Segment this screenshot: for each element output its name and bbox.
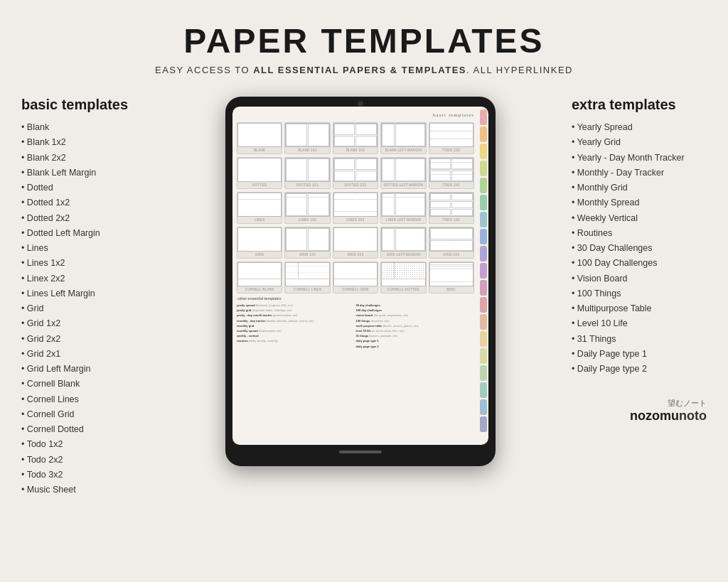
tab-color-7[interactable] — [480, 229, 487, 244]
tab-color-8[interactable] — [480, 246, 487, 262]
grid-item-grid-2x2: GRID 2X2 — [333, 227, 378, 259]
brand-name-suffix: noto — [679, 409, 707, 423]
tab-color-10[interactable] — [480, 280, 487, 296]
list-item: Grid 1x2 — [21, 316, 149, 331]
tab-color-17[interactable] — [480, 399, 487, 415]
subtitle-prefix: EASY ACCESS TO — [155, 65, 253, 75]
basic-templates-list: BlankBlank 1x2Blank 2x2Blank Left Margin… — [21, 120, 149, 497]
tab-color-2[interactable] — [480, 144, 487, 159]
grid-row-5: CORNELL BLANK CORNELL LINES — [237, 262, 474, 293]
tab-color-14[interactable] — [480, 348, 487, 364]
tablet: basic templates BLANK — [225, 97, 496, 466]
list-item: Grid — [21, 301, 149, 316]
grid-item-grid: GRID — [237, 227, 282, 259]
tab-color-6[interactable] — [480, 212, 487, 227]
tab-color-4[interactable] — [480, 178, 487, 193]
tab-color-9[interactable] — [480, 263, 487, 279]
screen-content: basic templates BLANK — [232, 107, 478, 445]
tab-color-0[interactable] — [480, 109, 487, 125]
subtitle-bold: ALL ESSENTIAL PAPERS & TEMPLATES — [253, 65, 466, 75]
list-item: Lines Left Margin — [21, 286, 149, 301]
list-item: Daily Page type 2 — [572, 362, 707, 377]
ot-yearly-spread: yearly spread (financial, progress, bill… — [237, 303, 355, 308]
list-item: Music Sheet — [21, 483, 149, 497]
list-item: Grid Left Margin — [21, 362, 149, 377]
screen-header: basic templates — [237, 112, 474, 118]
list-item: 100 Day Challenges — [572, 256, 707, 271]
grid-item-grid-1x2: GRID 1X2 — [284, 227, 330, 259]
ot-100day: 100 day challenges — [356, 308, 475, 313]
page-subtitle: EASY ACCESS TO ALL ESSENTIAL PAPERS & TE… — [155, 65, 573, 75]
grid-item-dotted: DOTTED — [237, 157, 282, 189]
list-item: Dotted 2x2 — [21, 211, 149, 226]
list-item: Lines 1x2 — [21, 256, 149, 271]
tab-color-13[interactable] — [480, 331, 487, 347]
tab-color-18[interactable] — [480, 416, 487, 432]
list-item: Monthly Spread — [572, 195, 707, 210]
grid-item-dotted-2x2: DOTTED 2X2 — [333, 157, 378, 189]
tab-color-3[interactable] — [480, 161, 487, 176]
list-item: Todo 1x2 — [21, 437, 149, 452]
ot-31things: 31 things (quotes, gratitude, etc) — [356, 333, 475, 338]
extra-templates-list: Yearly SpreadYearly GridYearly - Day Mon… — [572, 120, 707, 377]
list-item: Cornell Dotted — [21, 422, 149, 437]
grid-item-cornell-lines: CORNELL LINES — [284, 262, 330, 293]
grid-row-2: DOTTED DOTTED 1X2 — [237, 157, 474, 189]
brand-footer: 望むノート nozomunoto — [572, 398, 707, 424]
list-item: Blank 2x2 — [21, 151, 149, 166]
main-content: basic templates BlankBlank 1x2Blank 2x2B… — [14, 97, 714, 497]
list-item: Cornell Grid — [21, 407, 149, 422]
list-item: 100 Things — [572, 286, 707, 301]
other-templates-col2: 30 day challenges 100 day challenges vis… — [356, 303, 475, 349]
grid-item-dotted-1x2: DOTTED 1X2 — [284, 157, 330, 189]
other-templates-col1: yearly spread (financial, progress, bill… — [237, 303, 355, 349]
list-item: Todo 3x2 — [21, 468, 149, 483]
ot-routines: routines (daily, weekly, monthly) — [237, 338, 355, 343]
grid-item-lines-left-margin: LINES LEFT MARGIN — [380, 192, 426, 224]
list-item: Blank Left Margin — [21, 166, 149, 180]
grid-item-grid-2x1: GRID 2X1 — [429, 227, 474, 259]
list-item: Vision Board — [572, 271, 707, 286]
list-item: 31 Things — [572, 332, 707, 347]
grid-item-lines-1x2: LINES 1X2 — [284, 192, 330, 224]
subtitle-suffix: . ALL HYPERLINKED — [466, 65, 573, 75]
list-item: Dotted — [21, 180, 149, 195]
tab-color-11[interactable] — [480, 297, 487, 313]
tab-color-5[interactable] — [480, 195, 487, 210]
tab-color-16[interactable] — [480, 382, 487, 398]
list-item: Multipurpose Table — [572, 301, 707, 316]
list-item: Lines — [21, 241, 149, 256]
grid-item-cornell-grid: CORNELL GRID — [333, 262, 378, 293]
grid-item-grid-left-margin: GRID LEFT MARGIN — [380, 227, 426, 259]
tab-color-12[interactable] — [480, 314, 487, 330]
other-templates-title: .other essential templates — [237, 296, 474, 301]
tab-color-15[interactable] — [480, 365, 487, 381]
grid-item-blank-2x2: BLANK 2X2 — [333, 122, 378, 154]
grid-row-3: LINES LINES 1X2 — [237, 192, 474, 224]
list-item: Todo 2x2 — [21, 453, 149, 468]
list-item: Yearly Spread — [572, 120, 707, 135]
ot-vision-board: vision board (life goals, inspirations, … — [356, 313, 475, 318]
tablet-screen: basic templates BLANK — [232, 107, 488, 445]
grid-row-1: BLANK BLANK 1X2 — [237, 122, 474, 154]
ot-daily2: daily page type 2 — [356, 344, 475, 349]
ot-monthly-spread: monthly spread (habit tracker, etc) — [237, 328, 355, 333]
brand-name-prefix: nozomu — [630, 409, 679, 423]
list-item: Blank 1x2 — [21, 135, 149, 150]
list-item: Monthly - Day Tracker — [572, 166, 707, 180]
page-title: PAPER TEMPLATES — [155, 21, 573, 60]
grid-item-blank: BLANK — [237, 122, 282, 154]
ot-multipurpose: multi purpose table (books, movies, game… — [356, 323, 475, 328]
tab-color-1[interactable] — [480, 126, 487, 142]
grid-item-lines-2x2: LINES 2X2 — [333, 192, 378, 224]
list-item: Dotted 1x2 — [21, 195, 149, 210]
ot-100things: 100 things (travel list, etc) — [356, 318, 475, 323]
list-item: Blank — [21, 120, 149, 135]
grid-item-todo-1x2: TODO 1X2 — [429, 122, 474, 154]
right-column: extra templates Yearly SpreadYearly Grid… — [572, 97, 714, 424]
ot-30day: 30 day challenges — [356, 303, 475, 308]
basic-templates-title: basic templates — [21, 97, 149, 113]
list-item: Level 10 Life — [572, 316, 707, 331]
left-column: basic templates BlankBlank 1x2Blank 2x2B… — [14, 97, 149, 497]
grid-row-4: GRID GRID 1X2 — [237, 227, 474, 259]
